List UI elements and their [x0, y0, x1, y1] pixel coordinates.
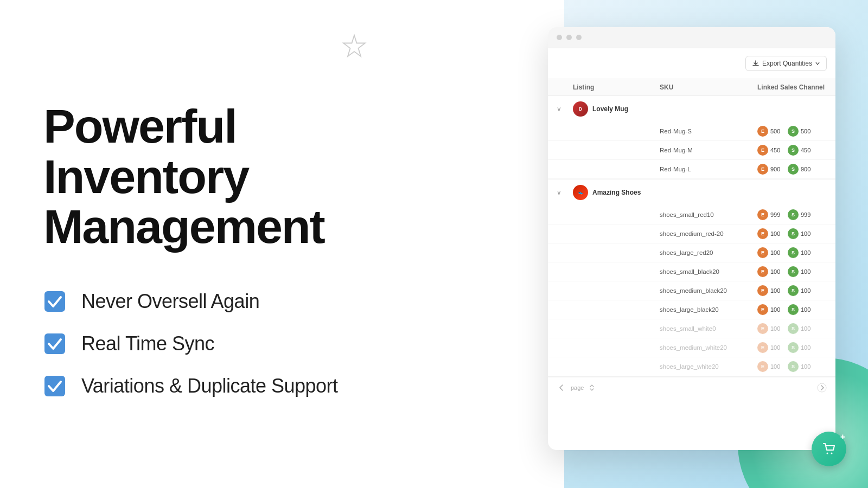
chevron-expand-shoes-icon[interactable]: ∨ — [557, 189, 573, 196]
product-thumb-lovely-mug: D — [573, 101, 588, 117]
toolbar: Export Quantities — [548, 48, 835, 79]
col-header-channel: Linked Sales Channel — [757, 84, 827, 91]
badge-e-4: E — [757, 266, 768, 277]
badge-e-3: E — [757, 247, 768, 258]
badge-s-6: S — [788, 304, 799, 315]
badge-e-6: E — [757, 304, 768, 315]
product-group-lovely-mug: ∨ D Lovely Mug Red-Mug-S E 500 — [548, 96, 835, 179]
sku-row-shoes-large-red20: shoes_large_red20 E 100 S 100 — [548, 243, 835, 262]
qty-e-5: 100 — [770, 287, 786, 294]
badge-shopify-m: S — [788, 145, 799, 156]
channel-badges-shoes-small-red10: E 999 S 999 — [757, 209, 827, 220]
bottom-bar: page — [548, 377, 835, 398]
sort-icon[interactable] — [588, 384, 596, 391]
sku-text-shoes-medium-white20: shoes_medium_white20 — [660, 344, 757, 351]
badge-s-3: S — [788, 247, 799, 258]
feature-item-real-time-sync: Real Time Sync — [43, 332, 412, 355]
qty-shopify-m: 450 — [801, 147, 816, 153]
browser-dot-yellow — [566, 35, 572, 40]
product-row-lovely-mug: ∨ D Lovely Mug — [548, 96, 835, 122]
sku-text-shoes-small-red10: shoes_small_red10 — [660, 211, 757, 218]
sku-row-shoes-large-white20: shoes_large_white20 E 100 S 100 — [548, 357, 835, 376]
qty-e-7: 100 — [770, 325, 786, 332]
sku-text-shoes-medium-red20: shoes_medium_red-20 — [660, 230, 757, 237]
qty-e-9: 100 — [770, 363, 786, 370]
sku-text-red-mug-l: Red-Mug-L — [660, 166, 757, 172]
dropdown-icon — [815, 61, 820, 66]
product-name-lovely-mug: Lovely Mug — [592, 105, 628, 113]
badge-e-2: E — [757, 228, 768, 239]
badge-s-9: S — [788, 361, 799, 372]
browser-dot-red — [557, 35, 562, 40]
channel-badges-red-mug-m: E 450 S 450 — [757, 145, 827, 156]
badge-e-1: E — [757, 209, 768, 220]
sku-row-shoes-medium-black20: shoes_medium_black20 E 100 S 100 — [548, 281, 835, 300]
qty-s-3: 100 — [801, 249, 816, 256]
channel-badges-shoes-large-white20: E 100 S 100 — [757, 361, 827, 372]
inventory-table: Listing SKU Linked Sales Channel ∨ D Lov… — [548, 79, 835, 398]
badge-e-9: E — [757, 361, 768, 372]
page-info: page — [571, 384, 584, 391]
cart-button[interactable]: + — [812, 432, 846, 466]
badge-s-8: S — [788, 342, 799, 353]
sku-row-shoes-medium-white20: shoes_medium_white20 E 100 S 100 — [548, 338, 835, 357]
qty-s-5: 100 — [801, 287, 816, 294]
features-list: Never Oversell Again Real Time Sync Vari… — [43, 290, 412, 397]
qty-s-4: 100 — [801, 268, 816, 275]
badge-etsy-m: E — [757, 145, 768, 156]
prev-icon[interactable] — [557, 383, 566, 393]
qty-etsy-m: 450 — [770, 147, 786, 153]
badge-etsy-l: E — [757, 164, 768, 175]
product-row-amazing-shoes: ∨ 👟 Amazing Shoes — [548, 179, 835, 206]
product-thumb-amazing-shoes: 👟 — [573, 185, 588, 200]
browser-bar — [548, 27, 835, 48]
badge-s-2: S — [788, 228, 799, 239]
next-icon[interactable] — [817, 383, 827, 393]
col-header-sku: SKU — [660, 84, 757, 91]
badge-s-7: S — [788, 323, 799, 334]
export-quantities-button[interactable]: Export Quantities — [745, 56, 827, 71]
feature-text-real-time-sync: Real Time Sync — [81, 332, 214, 355]
sku-text-shoes-small-black20: shoes_small_black20 — [660, 268, 757, 275]
svg-point-3 — [818, 383, 826, 392]
sku-row-shoes-small-white0: shoes_small_white0 E 100 S 100 — [548, 319, 835, 338]
qty-shopify: 500 — [801, 128, 816, 134]
page-title: Powerful Inventory Management — [43, 101, 412, 252]
qty-s-1: 999 — [801, 211, 816, 218]
product-info-lovely-mug: D Lovely Mug — [573, 101, 660, 117]
table-header: Listing SKU Linked Sales Channel — [548, 79, 835, 96]
feature-item-never-oversell: Never Oversell Again — [43, 290, 412, 313]
qty-e-6: 100 — [770, 306, 786, 313]
channel-badges-shoes-small-black20: E 100 S 100 — [757, 266, 827, 277]
browser-dot-green — [576, 35, 582, 40]
channel-badges-red-mug-s: E 500 S 500 — [757, 126, 827, 137]
badge-shopify-l: S — [788, 164, 799, 175]
feature-text-never-oversell: Never Oversell Again — [81, 290, 259, 313]
qty-s-6: 100 — [801, 306, 816, 313]
qty-shopify-l: 900 — [801, 166, 816, 172]
feature-item-variations: Variations & Duplicate Support — [43, 375, 412, 397]
left-panel: Powerful Inventory Management Never Over… — [0, 0, 456, 488]
chevron-expand-icon[interactable]: ∨ — [557, 105, 573, 113]
sku-text-shoes-small-white0: shoes_small_white0 — [660, 325, 757, 332]
sku-row-red-mug-l: Red-Mug-L E 900 S 900 — [548, 160, 835, 179]
qty-s-7: 100 — [801, 325, 816, 332]
product-info-amazing-shoes: 👟 Amazing Shoes — [573, 185, 660, 200]
qty-etsy: 500 — [770, 128, 786, 134]
channel-badges-shoes-large-black20: E 100 S 100 — [757, 304, 827, 315]
col-header-expand — [557, 84, 573, 91]
channel-badges-red-mug-l: E 900 S 900 — [757, 164, 827, 175]
star-decoration — [342, 34, 367, 61]
badge-s-5: S — [788, 285, 799, 296]
check-icon-variations — [43, 375, 66, 397]
qty-e-1: 999 — [770, 211, 786, 218]
browser-content[interactable]: Export Quantities Listing SKU Linked Sal… — [548, 48, 835, 448]
sku-text-red-mug-m: Red-Mug-M — [660, 147, 757, 153]
qty-e-3: 100 — [770, 249, 786, 256]
sku-text-shoes-large-red20: shoes_large_red20 — [660, 249, 757, 256]
product-group-amazing-shoes: ∨ 👟 Amazing Shoes shoes_small_red10 E 99… — [548, 179, 835, 377]
channel-badges-shoes-large-red20: E 100 S 100 — [757, 247, 827, 258]
sku-row-shoes-medium-red20: shoes_medium_red-20 E 100 S 100 — [548, 224, 835, 243]
qty-etsy-l: 900 — [770, 166, 786, 172]
svg-point-4 — [827, 453, 828, 454]
